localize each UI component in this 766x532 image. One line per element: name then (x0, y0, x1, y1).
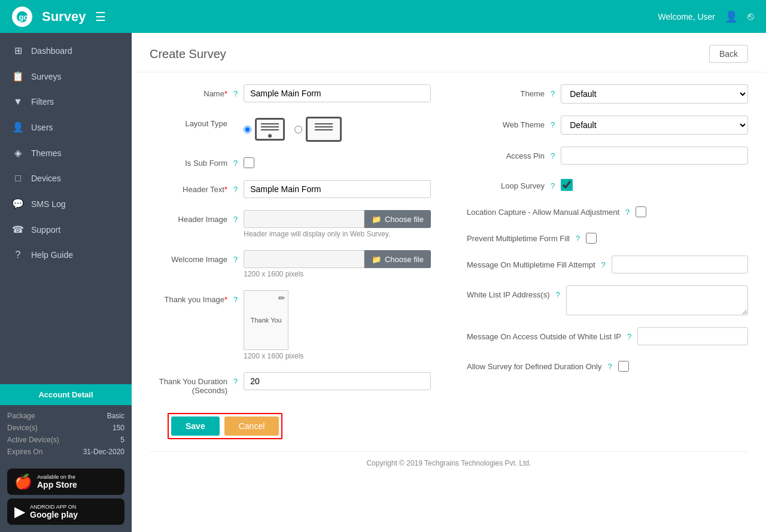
page-header: Create Survey Back (132, 33, 766, 72)
whitelist-ip-label: White List IP Address(s) (467, 285, 549, 299)
save-cancel-wrapper: Save Cancel (168, 413, 282, 439)
smslog-icon: 💬 (12, 198, 24, 209)
sidebar-item-helpguide[interactable]: ? Help Guide (0, 242, 132, 267)
layout-portrait-radio[interactable] (244, 126, 251, 133)
header-image-choose-file-btn[interactable]: 📁 Choose file (364, 210, 431, 228)
location-capture-row: Location Capture - Allow Manual Adjustme… (467, 203, 748, 217)
account-row-devices: Device(s) 150 (7, 422, 124, 434)
sidebar-item-surveys[interactable]: 📋 Surveys (0, 63, 132, 89)
whitelist-ip-textarea[interactable] (566, 285, 748, 315)
sidebar-item-smslog[interactable]: 💬 SMS Log (0, 191, 132, 217)
back-button[interactable]: Back (709, 45, 748, 63)
form-content: Name* ? Layout Type ? (132, 72, 766, 487)
thank-you-duration-label: Thank You Duration(Seconds) (150, 372, 227, 395)
layout-type-label: Layout Type (150, 114, 227, 128)
allow-survey-row: Allow Survey for Defined Duration Only ? (467, 357, 748, 372)
location-capture-checkbox[interactable] (636, 206, 646, 217)
web-theme-select[interactable]: Default Blue Green (561, 115, 748, 135)
loop-survey-label: Loop Survey (467, 177, 545, 190)
google-play-button[interactable]: ▶ ANDROID APP ON Google play (7, 498, 124, 525)
layout-landscape-option[interactable] (294, 117, 342, 142)
folder-icon: 📁 (372, 215, 381, 224)
page-title: Create Survey (150, 47, 226, 61)
header-text-input[interactable] (244, 180, 431, 198)
sidebar-menu: ⊞ Dashboard 📋 Surveys ▼ Filters 👤 Users … (0, 33, 132, 384)
thank-you-image-area: Thank You ✏ 1200 x 1600 pixels (244, 290, 303, 360)
thank-you-duration-row: Thank You Duration(Seconds) ? (150, 372, 431, 395)
thank-you-duration-help-icon[interactable]: ? (233, 372, 238, 386)
prevent-multipletime-help-icon[interactable]: ? (576, 229, 580, 243)
access-pin-input[interactable] (561, 147, 748, 165)
loop-survey-help-icon[interactable]: ? (551, 177, 555, 190)
sidebar-item-support[interactable]: ☎ Support (0, 217, 132, 242)
layout-landscape-radio[interactable] (294, 126, 302, 133)
layout-type-row: Layout Type ? (150, 114, 431, 142)
account-info: Package Basic Device(s) 150 Active Devic… (0, 405, 132, 463)
whitelist-ip-help-icon[interactable]: ? (555, 285, 560, 299)
web-theme-wrap: Default Blue Green (561, 115, 748, 135)
themes-icon: ◈ (12, 147, 24, 159)
loop-survey-check (561, 177, 573, 191)
whitelist-ip-wrap (566, 285, 748, 315)
form-grid: Name* ? Layout Type ? (150, 84, 748, 407)
theme-help-icon[interactable]: ? (551, 84, 555, 98)
access-pin-label: Access Pin (467, 147, 545, 160)
access-pin-wrap (561, 147, 748, 165)
sidebar-item-label: Dashboard (31, 46, 72, 56)
thank-you-duration-input[interactable] (244, 372, 431, 390)
account-row-active-devices: Active Device(s) 5 (7, 434, 124, 446)
app-store-button[interactable]: 🍎 Available on the App Store (7, 469, 124, 495)
message-access-input[interactable] (637, 327, 748, 345)
edit-image-icon[interactable]: ✏ (278, 293, 285, 303)
is-sub-form-help-icon[interactable]: ? (233, 154, 238, 168)
access-pin-help-icon[interactable]: ? (551, 147, 555, 160)
allow-survey-help-icon[interactable]: ? (607, 357, 612, 371)
sidebar-item-filters[interactable]: ▼ Filters (0, 89, 132, 114)
sidebar-item-users[interactable]: 👤 Users (0, 114, 132, 140)
header-text-label: Header Text* (150, 180, 227, 194)
folder-icon-2: 📁 (372, 255, 381, 264)
layout-portrait-option[interactable] (244, 118, 285, 141)
welcome-image-choose-file-btn[interactable]: 📁 Choose file (364, 250, 431, 268)
location-capture-help-icon[interactable]: ? (625, 203, 630, 217)
save-button[interactable]: Save (171, 417, 220, 436)
welcome-text: Welcome, User (658, 12, 715, 22)
header-image-file-input[interactable] (244, 210, 364, 228)
logout-icon[interactable]: ⎋ (747, 10, 754, 23)
name-input[interactable] (244, 84, 431, 102)
sidebar-item-label: Themes (31, 148, 62, 158)
filters-icon: ▼ (12, 96, 24, 107)
is-sub-form-checkbox[interactable] (244, 157, 254, 168)
loop-survey-checkbox[interactable] (561, 179, 573, 191)
sidebar-item-label: Devices (31, 174, 61, 183)
header-text-help-icon[interactable]: ? (233, 180, 238, 194)
loop-survey-row: Loop Survey ? (467, 177, 748, 191)
sidebar-item-dashboard[interactable]: ⊞ Dashboard (0, 38, 132, 63)
thank-you-image-help-icon[interactable]: ? (233, 290, 238, 304)
is-sub-form-label: Is Sub Form (150, 154, 227, 168)
message-access-help-icon[interactable]: ? (627, 327, 631, 341)
welcome-image-help-icon[interactable]: ? (233, 250, 238, 264)
name-help-icon[interactable]: ? (233, 84, 238, 98)
whitelist-ip-row: White List IP Address(s) ? (467, 285, 748, 315)
prevent-multipletime-checkbox[interactable] (586, 233, 597, 244)
theme-select[interactable]: Default Blue Green (561, 84, 748, 104)
welcome-image-file-input[interactable] (244, 250, 364, 268)
helpguide-icon: ? (12, 250, 24, 260)
web-theme-help-icon[interactable]: ? (551, 115, 555, 129)
user-icon[interactable]: 👤 (725, 10, 738, 23)
message-multipletime-input[interactable] (612, 256, 748, 273)
tablet-portrait-icon (255, 118, 285, 141)
topnav: go Survey ☰ Welcome, User 👤 ⎋ (0, 0, 766, 33)
theme-wrap: Default Blue Green (561, 84, 748, 104)
cancel-button[interactable]: Cancel (224, 417, 279, 436)
copyright: Copyright © 2019 Techgrains Technologies… (150, 451, 748, 475)
hamburger-icon[interactable]: ☰ (95, 10, 106, 24)
welcome-image-hint: 1200 x 1600 pixels (244, 270, 431, 278)
sidebar-item-themes[interactable]: ◈ Themes (0, 140, 132, 166)
sidebar-item-devices[interactable]: □ Devices (0, 166, 132, 191)
header-image-help-icon[interactable]: ? (233, 210, 238, 224)
message-multipletime-help-icon[interactable]: ? (601, 256, 606, 269)
allow-survey-checkbox[interactable] (618, 361, 629, 372)
header-image-hint: Header image will display only in Web Su… (244, 230, 431, 238)
